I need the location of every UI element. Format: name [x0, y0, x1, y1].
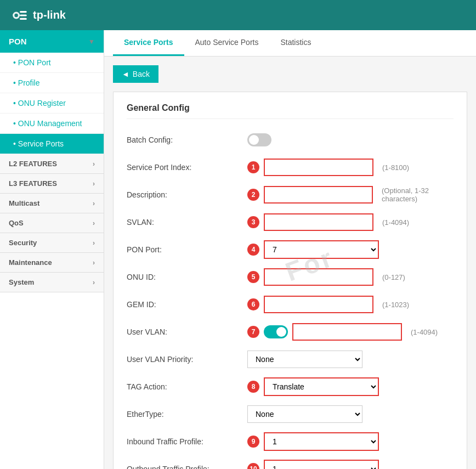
tplink-logo-icon: [11, 7, 29, 24]
sidebar-pon-label: PON: [9, 37, 27, 46]
batch-config-toggle[interactable]: [247, 133, 271, 146]
ethertype-label: EtherType:: [127, 410, 247, 419]
inbound-traffic-select[interactable]: 12345: [264, 432, 379, 451]
inbound-traffic-label: Inbound Traffic Profile:: [127, 437, 247, 446]
outbound-traffic-label: Outbound Traffic Profile:: [127, 465, 247, 469]
user-vlan-input[interactable]: 800: [292, 323, 402, 341]
sidebar-section-security[interactable]: Security ›: [0, 233, 104, 253]
general-config-card: General Config Batch Config: Service Por…: [113, 92, 467, 469]
toggle-slider: [247, 133, 271, 146]
sidebar-section-system[interactable]: System ›: [0, 273, 104, 292]
tab-statistics[interactable]: Statistics: [269, 30, 322, 56]
inbound-traffic-wrapper: 9 12345: [247, 432, 454, 451]
badge-3: 3: [247, 216, 259, 228]
tag-action-row: TAG Action: 8 TranslateAddRemoveNone: [127, 377, 454, 397]
sidebar-section-l3[interactable]: L3 FEATURES ›: [0, 174, 104, 194]
batch-config-row: Batch Config:: [127, 130, 454, 150]
service-port-index-label: Service Port Index:: [127, 163, 247, 172]
pon-port-wrapper: 4 1234 5678: [247, 240, 454, 259]
user-vlan-toggle[interactable]: [264, 325, 288, 338]
description-hint: (Optional, 1-32 characters): [382, 187, 454, 203]
gem-id-input[interactable]: 1: [264, 296, 373, 313]
sidebar-section-multicast[interactable]: Multicast ›: [0, 194, 104, 213]
user-vlan-label: User VLAN:: [127, 327, 247, 336]
onu-id-wrapper: 5 (0-127): [247, 268, 454, 286]
badge-5: 5: [247, 271, 259, 283]
sidebar-item-onu-register[interactable]: ONU Register: [0, 93, 104, 114]
batch-config-label: Batch Config:: [127, 135, 247, 144]
chevron-right-icon: ›: [93, 160, 95, 168]
chevron-right-icon: ›: [93, 180, 95, 188]
badge-10: 10: [247, 463, 259, 469]
user-vlan-hint: (1-4094): [411, 328, 438, 336]
tag-action-label: TAG Action:: [127, 382, 247, 391]
user-vlan-priority-label: User VLAN Priority:: [127, 355, 247, 364]
svlan-row: SVLAN: 3 800 (1-4094): [127, 212, 454, 232]
user-vlan-priority-select[interactable]: None012 34567: [247, 351, 362, 368]
svg-rect-2: [20, 14, 27, 16]
onu-id-hint: (0-127): [382, 273, 405, 281]
chevron-right-icon: ›: [93, 200, 95, 207]
tab-auto-service-ports[interactable]: Auto Service Ports: [184, 30, 270, 56]
onu-id-label: ONU ID:: [127, 273, 247, 281]
svg-rect-3: [20, 11, 27, 13]
svlan-hint: (1-4094): [382, 218, 409, 227]
description-input[interactable]: GENERICO: [264, 186, 373, 204]
onu-id-input[interactable]: [264, 268, 373, 286]
service-port-index-input[interactable]: 1: [264, 159, 373, 176]
gem-id-label: GEM ID:: [127, 300, 247, 309]
sidebar-item-pon-port[interactable]: PON Port: [0, 53, 104, 73]
form-title: General Config: [127, 103, 454, 119]
header: tp-link: [0, 0, 476, 30]
service-port-index-wrapper: 1 1 (1-8100): [247, 159, 454, 176]
pon-port-select[interactable]: 1234 5678: [264, 240, 379, 259]
svg-rect-4: [20, 18, 27, 19]
user-vlan-wrapper: 7 800 (1-4094): [247, 323, 454, 341]
sidebar-item-profile[interactable]: Profile: [0, 73, 104, 93]
tab-bar: Service Ports Auto Service Ports Statist…: [104, 30, 476, 56]
back-button[interactable]: ◄ Back: [113, 65, 158, 83]
service-port-index-hint: (1-8100): [382, 163, 409, 172]
batch-config-wrapper: [247, 133, 454, 146]
sidebar: PON ▼ PON Port Profile ONU Register ONU …: [0, 30, 104, 469]
badge-2: 2: [247, 189, 259, 201]
back-arrow-icon: ◄: [122, 70, 129, 78]
sidebar-pon-header[interactable]: PON ▼: [0, 30, 104, 53]
chevron-right-icon: ›: [93, 239, 95, 247]
ethertype-select[interactable]: None0x81000x88a80x9100: [247, 405, 362, 423]
toggle-slider-uservlan: [264, 325, 288, 338]
chevron-down-icon: ▼: [88, 38, 95, 46]
badge-9: 9: [247, 436, 259, 448]
gem-id-wrapper: 6 1 (1-1023): [247, 296, 454, 313]
svlan-label: SVLAN:: [127, 218, 247, 227]
svlan-wrapper: 3 800 (1-4094): [247, 213, 454, 231]
svlan-input[interactable]: 800: [264, 213, 373, 231]
gem-id-row: GEM ID: 6 1 (1-1023): [127, 295, 454, 314]
outbound-traffic-select[interactable]: 12345: [264, 460, 379, 469]
sidebar-item-service-ports[interactable]: Service Ports: [0, 134, 104, 154]
ethertype-row: EtherType: None0x81000x88a80x9100: [127, 404, 454, 424]
tag-action-select[interactable]: TranslateAddRemoveNone: [264, 377, 379, 396]
tag-action-wrapper: 8 TranslateAddRemoveNone: [247, 377, 454, 396]
chevron-right-icon: ›: [93, 279, 95, 286]
sidebar-section-maintenance[interactable]: Maintenance ›: [0, 253, 104, 273]
svg-point-1: [14, 13, 18, 16]
description-row: Description: 2 GENERICO (Optional, 1-32 …: [127, 185, 454, 205]
tab-service-ports[interactable]: Service Ports: [113, 30, 184, 56]
sidebar-section-l2[interactable]: L2 FEATURES ›: [0, 154, 104, 174]
badge-6: 6: [247, 298, 259, 310]
pon-port-label: PON Port:: [127, 245, 247, 254]
sidebar-section-qos[interactable]: QoS ›: [0, 213, 104, 233]
chevron-right-icon: ›: [93, 259, 95, 267]
content-area: ◄ Back General Config Batch Config:: [104, 56, 476, 469]
user-vlan-row: User VLAN: 7 800 (1-4094): [127, 322, 454, 342]
onu-id-row: ONU ID: 5 (0-127): [127, 267, 454, 287]
service-port-index-row: Service Port Index: 1 1 (1-8100): [127, 157, 454, 177]
logo-label: tp-link: [33, 9, 66, 21]
badge-1: 1: [247, 161, 259, 173]
sidebar-item-onu-management[interactable]: ONU Management: [0, 114, 104, 134]
logo: tp-link: [11, 7, 66, 24]
ethertype-wrapper: None0x81000x88a80x9100: [247, 405, 454, 423]
badge-4: 4: [247, 244, 259, 256]
main-layout: PON ▼ PON Port Profile ONU Register ONU …: [0, 30, 476, 469]
